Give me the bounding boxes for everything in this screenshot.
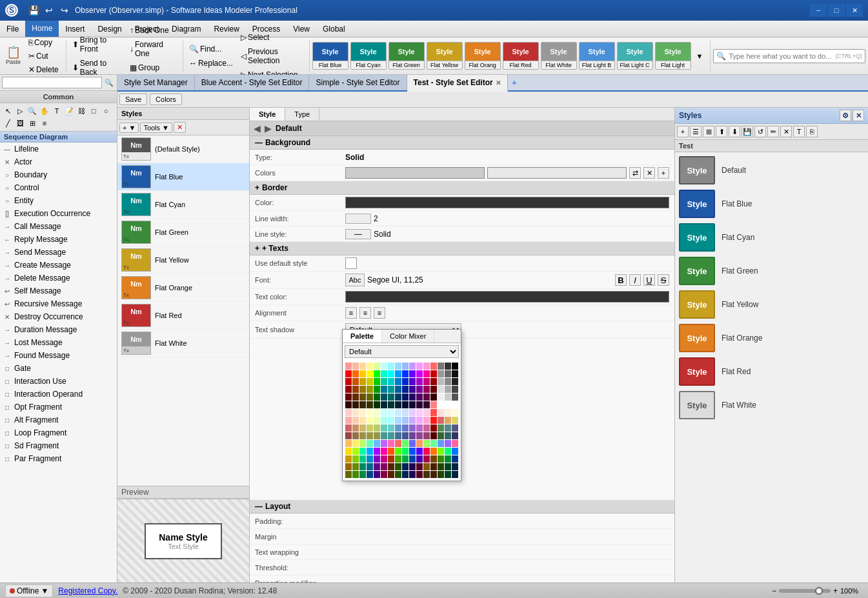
style-item-flat-cyan[interactable]: Nm Tx Flat Cyan: [117, 191, 249, 219]
align-left-btn[interactable]: ≡: [345, 307, 357, 319]
style-flat-cyan-btn[interactable]: Style Flat Cyan: [350, 42, 387, 70]
color-cell[interactable]: [345, 394, 352, 401]
rp-reload-btn[interactable]: ↺: [754, 126, 766, 137]
color-cell[interactable]: [423, 455, 430, 463]
color-cell[interactable]: [409, 386, 416, 393]
opt-fragment-item[interactable]: □ Opt Fragment: [0, 401, 117, 414]
actor-item[interactable]: ✕ Actor: [0, 155, 117, 168]
color-cell[interactable]: [409, 432, 416, 439]
color-cell[interactable]: [352, 463, 359, 470]
color-cell[interactable]: [395, 386, 401, 393]
color-cell[interactable]: [416, 463, 423, 470]
color-cell[interactable]: [430, 401, 437, 408]
color-cell[interactable]: [423, 409, 430, 416]
color-cell[interactable]: [359, 424, 366, 432]
font-bold-btn[interactable]: B: [615, 274, 627, 286]
color-cell[interactable]: [430, 424, 437, 432]
color-cell[interactable]: [445, 378, 451, 385]
style-flat-green-btn[interactable]: Style Flat Green: [389, 42, 425, 70]
color-cell[interactable]: [374, 448, 380, 455]
color-cell[interactable]: [445, 455, 451, 463]
color-cell[interactable]: [388, 448, 394, 455]
color-cell[interactable]: [374, 471, 380, 478]
color-cell[interactable]: [374, 401, 380, 408]
color-cell[interactable]: [452, 424, 458, 432]
entity-item[interactable]: ○ Entity: [0, 194, 117, 207]
close-btn[interactable]: ✕: [846, 4, 863, 17]
color-cell[interactable]: [395, 409, 401, 416]
color-cell[interactable]: [352, 424, 359, 432]
menu-home[interactable]: Home: [25, 21, 59, 37]
color-cell[interactable]: [402, 471, 409, 478]
color-cell[interactable]: [438, 463, 444, 470]
cut-button[interactable]: ✂ Cut: [25, 50, 62, 63]
right-style-item-default[interactable]: Style Default: [679, 156, 864, 184]
color-cell[interactable]: [388, 363, 394, 370]
color-cell[interactable]: [416, 394, 423, 401]
right-style-item-flat-yellow[interactable]: Style Flat Yellow: [679, 290, 864, 319]
image-tool[interactable]: 🖼: [14, 117, 26, 129]
color-cell[interactable]: [359, 386, 366, 393]
color-cell[interactable]: [430, 386, 437, 393]
color-cell[interactable]: [388, 370, 394, 377]
right-style-item-flat-red[interactable]: Style Flat Red: [679, 357, 864, 386]
color-cell[interactable]: [402, 394, 409, 401]
color-cell[interactable]: [438, 440, 444, 447]
color-cell[interactable]: [395, 455, 401, 463]
color-cell[interactable]: [381, 378, 387, 385]
color-cell[interactable]: [438, 401, 444, 408]
color-cell[interactable]: [367, 440, 373, 447]
color-cell[interactable]: [367, 424, 373, 432]
tab-add-btn[interactable]: +: [508, 75, 521, 90]
color-cell[interactable]: [402, 378, 409, 385]
right-style-item-flat-cyan[interactable]: Style Flat Cyan: [679, 223, 864, 252]
color-cell[interactable]: [416, 370, 423, 377]
boundary-item[interactable]: ○ Boundary: [0, 168, 117, 181]
color-cell[interactable]: [381, 394, 387, 401]
lifeline-item[interactable]: — Lifeline: [0, 143, 117, 155]
font-underline-btn[interactable]: U: [643, 274, 655, 286]
color-cell[interactable]: [452, 363, 458, 370]
colors-swap-btn[interactable]: ⇄: [629, 167, 641, 179]
color-cell[interactable]: [409, 370, 416, 377]
align-center-btn[interactable]: ≡: [359, 307, 371, 319]
rp-add-btn[interactable]: +: [677, 126, 689, 137]
tab-test[interactable]: Test - Style Set Editor ✕: [407, 75, 508, 92]
color-cell[interactable]: [438, 432, 444, 439]
replace-button[interactable]: ↔ Replace...: [186, 57, 236, 70]
color-cell[interactable]: [438, 370, 444, 377]
color-cell[interactable]: [345, 448, 352, 455]
color-swatch-2[interactable]: [487, 167, 627, 179]
right-style-item-flat-orange[interactable]: Style Flat Orange: [679, 324, 864, 352]
font-italic-btn[interactable]: I: [629, 274, 641, 286]
forward-one-button[interactable]: ↓ Forward One: [126, 38, 179, 60]
color-cell[interactable]: [374, 432, 380, 439]
color-cell[interactable]: [359, 455, 366, 463]
color-cell[interactable]: [452, 409, 458, 416]
color-cell[interactable]: [452, 440, 458, 447]
color-cell[interactable]: [381, 440, 387, 447]
tab-test-close[interactable]: ✕: [496, 79, 501, 86]
found-message-item[interactable]: → Found Message: [0, 349, 117, 362]
color-cell[interactable]: [352, 417, 359, 424]
color-cell[interactable]: [374, 386, 380, 393]
font-strikethrough-btn[interactable]: S: [658, 274, 669, 286]
color-cell[interactable]: [352, 386, 359, 393]
color-cell[interactable]: [388, 463, 394, 470]
call-message-item[interactable]: → Call Message: [0, 220, 117, 233]
color-cell[interactable]: [352, 370, 359, 377]
rp-delete-btn[interactable]: ✕: [780, 126, 792, 137]
colors-clear-btn[interactable]: ✕: [643, 167, 655, 179]
select-tool[interactable]: ▷: [14, 105, 26, 117]
color-cell[interactable]: [395, 471, 401, 478]
table-tool[interactable]: ⊞: [26, 117, 38, 129]
color-cell[interactable]: [409, 463, 416, 470]
color-cell[interactable]: [374, 394, 380, 401]
color-cell[interactable]: [367, 432, 373, 439]
color-cell[interactable]: [367, 386, 373, 393]
recursive-message-item[interactable]: ↩ Recursive Message: [0, 297, 117, 310]
color-cell[interactable]: [345, 424, 352, 432]
color-cell[interactable]: [430, 432, 437, 439]
interaction-operand-item[interactable]: □ Interaction Operand: [0, 388, 117, 401]
color-cell[interactable]: [430, 363, 437, 370]
